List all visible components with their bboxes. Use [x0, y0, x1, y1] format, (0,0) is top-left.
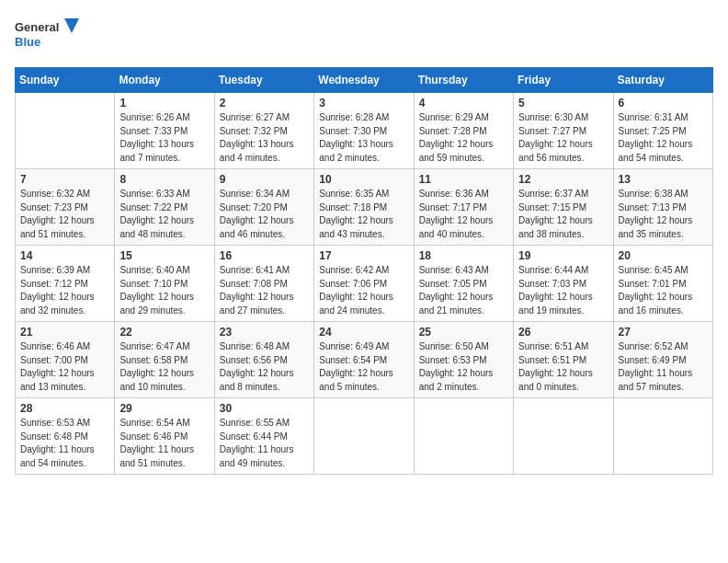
calendar-cell: 1Sunrise: 6:26 AMSunset: 7:33 PMDaylight… — [115, 93, 214, 169]
day-of-week-header: Saturday — [613, 68, 712, 93]
calendar-cell — [514, 398, 613, 475]
calendar-cell: 17Sunrise: 6:42 AMSunset: 7:06 PMDayligh… — [314, 246, 414, 322]
calendar-cell: 30Sunrise: 6:55 AMSunset: 6:44 PMDayligh… — [214, 398, 313, 475]
calendar-cell: 21Sunrise: 6:46 AMSunset: 7:00 PMDayligh… — [16, 322, 115, 398]
logo: General Blue — [15, 15, 79, 56]
day-of-week-header: Thursday — [414, 68, 513, 93]
day-number: 5 — [518, 97, 608, 109]
day-number: 3 — [319, 97, 408, 109]
day-info: Sunrise: 6:42 AMSunset: 7:06 PMDaylight:… — [319, 264, 408, 317]
day-info: Sunrise: 6:52 AMSunset: 6:49 PMDaylight:… — [619, 340, 708, 394]
day-info: Sunrise: 6:40 AMSunset: 7:10 PMDaylight:… — [119, 264, 209, 317]
calendar-cell — [16, 93, 115, 169]
day-info: Sunrise: 6:46 AMSunset: 7:00 PMDaylight:… — [20, 340, 109, 394]
calendar-cell: 10Sunrise: 6:35 AMSunset: 7:18 PMDayligh… — [314, 169, 414, 246]
calendar-cell: 9Sunrise: 6:34 AMSunset: 7:20 PMDaylight… — [214, 169, 313, 246]
day-number: 12 — [518, 173, 608, 186]
day-info: Sunrise: 6:48 AMSunset: 6:56 PMDaylight:… — [220, 340, 309, 394]
day-info: Sunrise: 6:55 AMSunset: 6:44 PMDaylight:… — [220, 417, 309, 470]
calendar-cell: 12Sunrise: 6:37 AMSunset: 7:15 PMDayligh… — [514, 169, 613, 246]
calendar-cell: 20Sunrise: 6:45 AMSunset: 7:01 PMDayligh… — [613, 246, 712, 322]
day-number: 6 — [619, 97, 708, 109]
calendar-cell: 24Sunrise: 6:49 AMSunset: 6:54 PMDayligh… — [314, 322, 414, 398]
day-info: Sunrise: 6:29 AMSunset: 7:28 PMDaylight:… — [419, 111, 508, 165]
calendar-cell: 16Sunrise: 6:41 AMSunset: 7:08 PMDayligh… — [214, 246, 313, 322]
day-info: Sunrise: 6:32 AMSunset: 7:23 PMDaylight:… — [20, 188, 109, 241]
calendar-cell: 18Sunrise: 6:43 AMSunset: 7:05 PMDayligh… — [414, 246, 513, 322]
calendar-cell: 28Sunrise: 6:53 AMSunset: 6:48 PMDayligh… — [16, 398, 115, 475]
day-number: 30 — [220, 402, 309, 415]
day-number: 15 — [119, 249, 209, 262]
logo-svg: General Blue — [15, 15, 79, 56]
calendar-cell — [414, 398, 513, 475]
calendar-week-row: 21Sunrise: 6:46 AMSunset: 7:00 PMDayligh… — [16, 322, 713, 398]
day-number: 11 — [419, 173, 508, 186]
day-number: 25 — [419, 326, 508, 339]
day-number: 8 — [119, 173, 209, 186]
calendar-cell: 8Sunrise: 6:33 AMSunset: 7:22 PMDaylight… — [115, 169, 214, 246]
day-info: Sunrise: 6:44 AMSunset: 7:03 PMDaylight:… — [518, 264, 608, 317]
day-info: Sunrise: 6:36 AMSunset: 7:17 PMDaylight:… — [419, 188, 508, 241]
calendar-cell: 4Sunrise: 6:29 AMSunset: 7:28 PMDaylight… — [414, 93, 513, 169]
day-info: Sunrise: 6:51 AMSunset: 6:51 PMDaylight:… — [518, 340, 608, 394]
day-number: 20 — [619, 249, 708, 262]
day-of-week-header: Tuesday — [214, 68, 313, 93]
day-number: 7 — [20, 173, 109, 186]
day-info: Sunrise: 6:49 AMSunset: 6:54 PMDaylight:… — [319, 340, 408, 394]
calendar-cell: 25Sunrise: 6:50 AMSunset: 6:53 PMDayligh… — [414, 322, 513, 398]
calendar-cell: 19Sunrise: 6:44 AMSunset: 7:03 PMDayligh… — [514, 246, 613, 322]
day-info: Sunrise: 6:45 AMSunset: 7:01 PMDaylight:… — [619, 264, 708, 317]
calendar-week-row: 7Sunrise: 6:32 AMSunset: 7:23 PMDaylight… — [16, 169, 713, 246]
day-number: 29 — [119, 402, 209, 415]
day-info: Sunrise: 6:33 AMSunset: 7:22 PMDaylight:… — [119, 188, 209, 241]
calendar-week-row: 28Sunrise: 6:53 AMSunset: 6:48 PMDayligh… — [16, 398, 713, 475]
calendar-header-row: SundayMondayTuesdayWednesdayThursdayFrid… — [16, 68, 713, 93]
day-info: Sunrise: 6:27 AMSunset: 7:32 PMDaylight:… — [220, 111, 309, 165]
day-number: 4 — [419, 97, 508, 109]
day-info: Sunrise: 6:39 AMSunset: 7:12 PMDaylight:… — [20, 264, 109, 317]
day-number: 16 — [220, 249, 309, 262]
calendar-cell: 2Sunrise: 6:27 AMSunset: 7:32 PMDaylight… — [214, 93, 313, 169]
day-info: Sunrise: 6:28 AMSunset: 7:30 PMDaylight:… — [319, 111, 408, 165]
calendar-cell: 27Sunrise: 6:52 AMSunset: 6:49 PMDayligh… — [613, 322, 712, 398]
calendar-table: SundayMondayTuesdayWednesdayThursdayFrid… — [15, 67, 713, 475]
day-info: Sunrise: 6:43 AMSunset: 7:05 PMDaylight:… — [419, 264, 508, 317]
day-info: Sunrise: 6:38 AMSunset: 7:13 PMDaylight:… — [619, 188, 708, 241]
day-number: 28 — [20, 402, 109, 415]
day-info: Sunrise: 6:31 AMSunset: 7:25 PMDaylight:… — [619, 111, 708, 165]
calendar-body: 1Sunrise: 6:26 AMSunset: 7:33 PMDaylight… — [16, 93, 713, 475]
day-info: Sunrise: 6:47 AMSunset: 6:58 PMDaylight:… — [119, 340, 209, 394]
day-info: Sunrise: 6:30 AMSunset: 7:27 PMDaylight:… — [518, 111, 608, 165]
calendar-week-row: 14Sunrise: 6:39 AMSunset: 7:12 PMDayligh… — [16, 246, 713, 322]
day-number: 1 — [119, 97, 209, 109]
calendar-cell: 5Sunrise: 6:30 AMSunset: 7:27 PMDaylight… — [514, 93, 613, 169]
day-number: 19 — [518, 249, 608, 262]
day-number: 10 — [319, 173, 408, 186]
calendar-cell — [314, 398, 414, 475]
day-info: Sunrise: 6:37 AMSunset: 7:15 PMDaylight:… — [518, 188, 608, 241]
calendar-cell: 15Sunrise: 6:40 AMSunset: 7:10 PMDayligh… — [115, 246, 214, 322]
day-of-week-header: Wednesday — [314, 68, 414, 93]
day-of-week-header: Sunday — [16, 68, 115, 93]
calendar-cell: 7Sunrise: 6:32 AMSunset: 7:23 PMDaylight… — [16, 169, 115, 246]
calendar-cell: 3Sunrise: 6:28 AMSunset: 7:30 PMDaylight… — [314, 93, 414, 169]
day-number: 14 — [20, 249, 109, 262]
page-header: General Blue — [15, 15, 713, 56]
day-info: Sunrise: 6:34 AMSunset: 7:20 PMDaylight:… — [220, 188, 309, 241]
calendar-cell: 6Sunrise: 6:31 AMSunset: 7:25 PMDaylight… — [613, 93, 712, 169]
day-number: 13 — [619, 173, 708, 186]
calendar-cell: 11Sunrise: 6:36 AMSunset: 7:17 PMDayligh… — [414, 169, 513, 246]
calendar-cell: 13Sunrise: 6:38 AMSunset: 7:13 PMDayligh… — [613, 169, 712, 246]
calendar-cell: 22Sunrise: 6:47 AMSunset: 6:58 PMDayligh… — [115, 322, 214, 398]
calendar-week-row: 1Sunrise: 6:26 AMSunset: 7:33 PMDaylight… — [16, 93, 713, 169]
calendar-cell: 14Sunrise: 6:39 AMSunset: 7:12 PMDayligh… — [16, 246, 115, 322]
day-number: 23 — [220, 326, 309, 339]
day-number: 21 — [20, 326, 109, 339]
day-number: 22 — [119, 326, 209, 339]
day-info: Sunrise: 6:35 AMSunset: 7:18 PMDaylight:… — [319, 188, 408, 241]
day-info: Sunrise: 6:54 AMSunset: 6:46 PMDaylight:… — [119, 417, 209, 470]
day-info: Sunrise: 6:50 AMSunset: 6:53 PMDaylight:… — [419, 340, 508, 394]
calendar-cell: 29Sunrise: 6:54 AMSunset: 6:46 PMDayligh… — [115, 398, 214, 475]
day-info: Sunrise: 6:26 AMSunset: 7:33 PMDaylight:… — [119, 111, 209, 165]
svg-marker-2 — [64, 18, 79, 33]
